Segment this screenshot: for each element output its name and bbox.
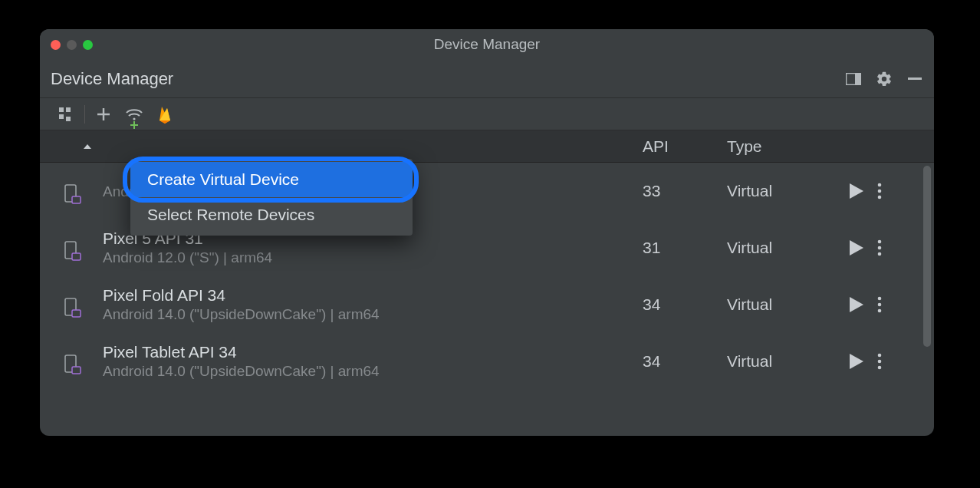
play-icon[interactable] [850,354,863,369]
device-api: 34 [643,352,727,371]
svg-point-20 [878,246,882,250]
svg-rect-4 [66,107,71,112]
sort-asc-icon [83,142,92,151]
device-subtitle: Android 14.0 ("UpsideDownCake") | arm64 [103,363,643,380]
phone-icon [64,184,83,203]
device-subtitle: Android 14.0 ("UpsideDownCake") | arm64 [103,306,643,323]
svg-point-31 [878,366,882,370]
minimize-window-button[interactable] [67,40,77,50]
svg-rect-2 [908,77,922,80]
svg-point-19 [878,240,882,244]
svg-point-14 [878,183,882,187]
svg-rect-23 [72,310,81,317]
select-remote-devices-item[interactable]: Select Remote Devices [130,197,413,232]
add-device-dropdown: Create Virtual Device Select Remote Devi… [130,159,413,236]
device-type: Virtual [727,295,850,314]
scrollbar[interactable] [923,166,931,347]
device-type: Virtual [727,352,850,371]
phone-icon [64,241,83,259]
traffic-lights [51,40,93,50]
more-icon[interactable] [877,183,882,199]
svg-point-15 [878,190,882,193]
firebase-icon[interactable] [150,101,180,127]
gear-icon[interactable] [876,71,893,87]
add-device-icon[interactable] [88,101,119,127]
window-title: Device Manager [40,36,934,53]
svg-rect-6 [66,117,71,121]
more-icon[interactable] [877,239,882,256]
table-row[interactable]: Pixel Tablet API 34 Android 14.0 ("Upsid… [40,333,934,390]
play-icon[interactable] [850,240,863,256]
play-icon[interactable] [850,297,863,312]
device-subtitle: Android 12.0 ("S") | arm64 [103,249,643,266]
svg-point-16 [878,196,882,199]
dock-icon[interactable] [845,71,862,87]
device-type: Virtual [727,182,850,200]
device-name: Pixel Tablet API 34 [103,343,643,361]
titlebar: Device Manager [40,29,934,60]
phone-icon [64,298,83,316]
grid-view-icon[interactable] [51,101,81,127]
device-api: 34 [643,295,727,314]
device-api: 31 [643,239,727,257]
wifi-pair-icon[interactable] [119,101,150,127]
svg-point-24 [878,297,882,301]
column-api[interactable]: API [643,137,727,156]
more-icon[interactable] [877,353,882,370]
svg-point-9 [133,117,135,120]
device-name: Pixel Fold API 34 [103,286,643,305]
minimize-icon[interactable] [906,71,923,87]
zoom-window-button[interactable] [83,40,93,50]
svg-point-25 [878,303,882,307]
column-type[interactable]: Type [727,137,850,156]
svg-point-30 [878,360,882,364]
svg-rect-1 [855,74,860,84]
table-header: API Type [40,130,934,163]
svg-rect-3 [59,107,64,112]
create-virtual-device-item[interactable]: Create Virtual Device [130,162,413,197]
play-icon[interactable] [850,183,863,199]
svg-point-21 [878,252,882,256]
device-type: Virtual [727,239,850,257]
device-api: 33 [643,182,727,200]
close-window-button[interactable] [51,40,61,50]
toolbar [40,98,934,130]
svg-rect-5 [59,114,64,119]
panel-title: Device Manager [51,69,173,89]
svg-rect-18 [72,253,81,260]
svg-point-26 [878,309,882,313]
svg-rect-28 [72,367,81,374]
svg-point-29 [878,354,882,358]
table-row[interactable]: Pixel Fold API 34 Android 14.0 ("UpsideD… [40,276,934,333]
svg-rect-13 [72,196,81,203]
more-icon[interactable] [877,296,882,313]
column-name[interactable] [83,142,643,151]
panel-header: Device Manager [40,60,934,98]
phone-icon [64,354,83,373]
